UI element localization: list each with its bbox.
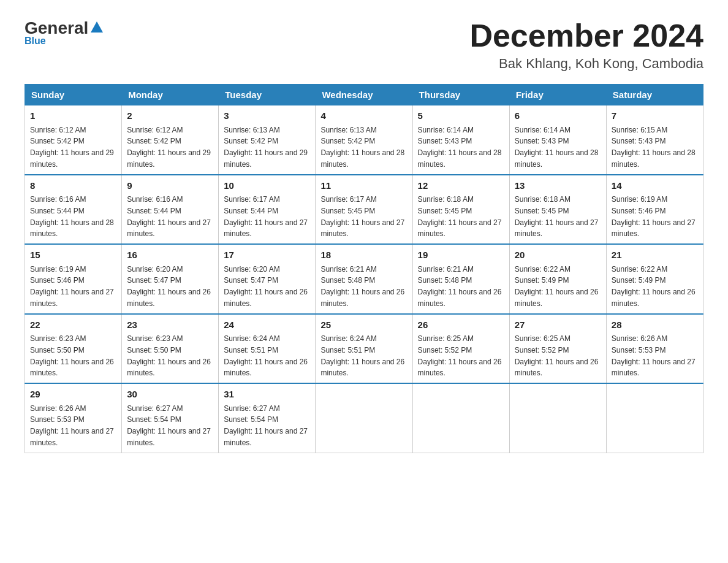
day-info: Sunrise: 6:19 AMSunset: 5:46 PMDaylight:… bbox=[612, 195, 696, 238]
day-info: Sunrise: 6:24 AMSunset: 5:51 PMDaylight:… bbox=[224, 334, 308, 377]
day-number: 9 bbox=[127, 179, 213, 193]
calendar-week-row: 15Sunrise: 6:19 AMSunset: 5:46 PMDayligh… bbox=[25, 244, 703, 314]
calendar-cell: 16Sunrise: 6:20 AMSunset: 5:47 PMDayligh… bbox=[122, 244, 219, 314]
logo-triangle-icon bbox=[91, 21, 103, 33]
day-number: 3 bbox=[224, 109, 310, 123]
day-info: Sunrise: 6:18 AMSunset: 5:45 PMDaylight:… bbox=[515, 195, 599, 238]
weekday-header-friday: Friday bbox=[509, 85, 606, 105]
weekday-header-sunday: Sunday bbox=[25, 85, 122, 105]
weekday-header-thursday: Thursday bbox=[412, 85, 509, 105]
calendar-cell: 5Sunrise: 6:14 AMSunset: 5:43 PMDaylight… bbox=[412, 105, 509, 175]
calendar-week-row: 22Sunrise: 6:23 AMSunset: 5:50 PMDayligh… bbox=[25, 314, 703, 384]
day-number: 24 bbox=[224, 318, 310, 332]
calendar-cell: 20Sunrise: 6:22 AMSunset: 5:49 PMDayligh… bbox=[509, 244, 606, 314]
day-number: 8 bbox=[30, 179, 116, 193]
calendar-cell: 31Sunrise: 6:27 AMSunset: 5:54 PMDayligh… bbox=[219, 383, 316, 453]
day-info: Sunrise: 6:18 AMSunset: 5:45 PMDaylight:… bbox=[418, 195, 502, 238]
calendar-cell: 24Sunrise: 6:24 AMSunset: 5:51 PMDayligh… bbox=[219, 314, 316, 384]
day-number: 25 bbox=[320, 318, 407, 332]
day-info: Sunrise: 6:27 AMSunset: 5:54 PMDaylight:… bbox=[224, 404, 308, 447]
day-info: Sunrise: 6:27 AMSunset: 5:54 PMDaylight:… bbox=[127, 404, 211, 447]
weekday-header-saturday: Saturday bbox=[606, 85, 703, 105]
calendar-cell: 28Sunrise: 6:26 AMSunset: 5:53 PMDayligh… bbox=[606, 314, 703, 384]
day-number: 19 bbox=[418, 248, 504, 262]
calendar-cell: 19Sunrise: 6:21 AMSunset: 5:48 PMDayligh… bbox=[412, 244, 509, 314]
day-number: 31 bbox=[224, 388, 310, 402]
calendar-cell: 4Sunrise: 6:13 AMSunset: 5:42 PMDaylight… bbox=[316, 105, 412, 175]
calendar-cell: 10Sunrise: 6:17 AMSunset: 5:44 PMDayligh… bbox=[219, 175, 316, 245]
day-number: 23 bbox=[127, 318, 213, 332]
weekday-header-monday: Monday bbox=[122, 85, 219, 105]
day-number: 12 bbox=[418, 179, 504, 193]
day-number: 28 bbox=[612, 318, 698, 332]
calendar-cell: 21Sunrise: 6:22 AMSunset: 5:49 PMDayligh… bbox=[606, 244, 703, 314]
calendar-cell: 17Sunrise: 6:20 AMSunset: 5:47 PMDayligh… bbox=[219, 244, 316, 314]
calendar-cell: 9Sunrise: 6:16 AMSunset: 5:44 PMDaylight… bbox=[122, 175, 219, 245]
calendar-table: SundayMondayTuesdayWednesdayThursdayFrid… bbox=[25, 84, 703, 453]
day-number: 20 bbox=[515, 248, 601, 262]
calendar-week-row: 29Sunrise: 6:26 AMSunset: 5:53 PMDayligh… bbox=[25, 383, 703, 453]
weekday-header-row: SundayMondayTuesdayWednesdayThursdayFrid… bbox=[25, 85, 703, 105]
day-number: 14 bbox=[612, 179, 698, 193]
page-header: General Blue December 2024 Bak Khlang, K… bbox=[25, 18, 703, 72]
day-info: Sunrise: 6:16 AMSunset: 5:44 PMDaylight:… bbox=[127, 195, 211, 238]
day-info: Sunrise: 6:23 AMSunset: 5:50 PMDaylight:… bbox=[30, 334, 114, 377]
calendar-cell: 27Sunrise: 6:25 AMSunset: 5:52 PMDayligh… bbox=[509, 314, 606, 384]
day-info: Sunrise: 6:23 AMSunset: 5:50 PMDaylight:… bbox=[127, 334, 211, 377]
day-number: 4 bbox=[320, 109, 407, 123]
calendar-cell: 13Sunrise: 6:18 AMSunset: 5:45 PMDayligh… bbox=[509, 175, 606, 245]
day-number: 5 bbox=[418, 109, 504, 123]
day-info: Sunrise: 6:22 AMSunset: 5:49 PMDaylight:… bbox=[612, 265, 696, 308]
day-info: Sunrise: 6:19 AMSunset: 5:46 PMDaylight:… bbox=[30, 265, 114, 308]
day-info: Sunrise: 6:13 AMSunset: 5:42 PMDaylight:… bbox=[320, 126, 404, 169]
calendar-cell bbox=[606, 383, 703, 453]
day-number: 15 bbox=[30, 248, 116, 262]
day-info: Sunrise: 6:22 AMSunset: 5:49 PMDaylight:… bbox=[515, 265, 599, 308]
calendar-cell: 14Sunrise: 6:19 AMSunset: 5:46 PMDayligh… bbox=[606, 175, 703, 245]
day-info: Sunrise: 6:14 AMSunset: 5:43 PMDaylight:… bbox=[515, 126, 599, 169]
day-number: 17 bbox=[224, 248, 310, 262]
calendar-cell: 26Sunrise: 6:25 AMSunset: 5:52 PMDayligh… bbox=[412, 314, 509, 384]
day-info: Sunrise: 6:20 AMSunset: 5:47 PMDaylight:… bbox=[224, 265, 308, 308]
calendar-cell: 3Sunrise: 6:13 AMSunset: 5:42 PMDaylight… bbox=[219, 105, 316, 175]
day-info: Sunrise: 6:14 AMSunset: 5:43 PMDaylight:… bbox=[418, 126, 502, 169]
day-number: 13 bbox=[515, 179, 601, 193]
day-info: Sunrise: 6:16 AMSunset: 5:44 PMDaylight:… bbox=[30, 195, 114, 238]
location-title: Bak Khlang, Koh Kong, Cambodia bbox=[469, 56, 703, 72]
calendar-cell: 15Sunrise: 6:19 AMSunset: 5:46 PMDayligh… bbox=[25, 244, 122, 314]
calendar-cell bbox=[509, 383, 606, 453]
logo: General Blue bbox=[25, 18, 103, 47]
calendar-cell: 11Sunrise: 6:17 AMSunset: 5:45 PMDayligh… bbox=[316, 175, 412, 245]
day-info: Sunrise: 6:25 AMSunset: 5:52 PMDaylight:… bbox=[515, 334, 599, 377]
weekday-header-tuesday: Tuesday bbox=[219, 85, 316, 105]
day-number: 22 bbox=[30, 318, 116, 332]
calendar-cell: 12Sunrise: 6:18 AMSunset: 5:45 PMDayligh… bbox=[412, 175, 509, 245]
day-number: 21 bbox=[612, 248, 698, 262]
calendar-cell: 29Sunrise: 6:26 AMSunset: 5:53 PMDayligh… bbox=[25, 383, 122, 453]
day-info: Sunrise: 6:20 AMSunset: 5:47 PMDaylight:… bbox=[127, 265, 211, 308]
calendar-cell: 18Sunrise: 6:21 AMSunset: 5:48 PMDayligh… bbox=[316, 244, 412, 314]
calendar-cell: 25Sunrise: 6:24 AMSunset: 5:51 PMDayligh… bbox=[316, 314, 412, 384]
day-number: 26 bbox=[418, 318, 504, 332]
day-number: 10 bbox=[224, 179, 310, 193]
day-info: Sunrise: 6:26 AMSunset: 5:53 PMDaylight:… bbox=[612, 334, 696, 377]
day-number: 18 bbox=[320, 248, 407, 262]
day-number: 2 bbox=[127, 109, 213, 123]
month-title: December 2024 bbox=[469, 18, 703, 53]
day-number: 27 bbox=[515, 318, 601, 332]
day-number: 11 bbox=[320, 179, 407, 193]
day-number: 1 bbox=[30, 109, 116, 123]
calendar-cell: 23Sunrise: 6:23 AMSunset: 5:50 PMDayligh… bbox=[122, 314, 219, 384]
calendar-cell: 30Sunrise: 6:27 AMSunset: 5:54 PMDayligh… bbox=[122, 383, 219, 453]
calendar-cell bbox=[412, 383, 509, 453]
calendar-week-row: 1Sunrise: 6:12 AMSunset: 5:42 PMDaylight… bbox=[25, 105, 703, 175]
calendar-cell: 22Sunrise: 6:23 AMSunset: 5:50 PMDayligh… bbox=[25, 314, 122, 384]
day-info: Sunrise: 6:17 AMSunset: 5:44 PMDaylight:… bbox=[224, 195, 308, 238]
day-info: Sunrise: 6:15 AMSunset: 5:43 PMDaylight:… bbox=[612, 126, 696, 169]
day-info: Sunrise: 6:24 AMSunset: 5:51 PMDaylight:… bbox=[320, 334, 404, 377]
calendar-cell: 8Sunrise: 6:16 AMSunset: 5:44 PMDaylight… bbox=[25, 175, 122, 245]
day-number: 30 bbox=[127, 388, 213, 402]
title-block: December 2024 Bak Khlang, Koh Kong, Camb… bbox=[469, 18, 703, 72]
calendar-week-row: 8Sunrise: 6:16 AMSunset: 5:44 PMDaylight… bbox=[25, 175, 703, 245]
logo-blue-text: Blue bbox=[25, 36, 46, 47]
